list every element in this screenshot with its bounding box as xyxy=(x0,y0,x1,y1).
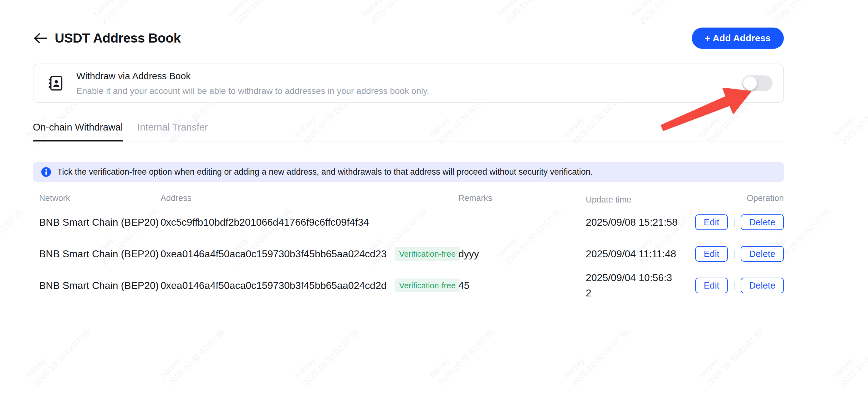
address-text: 0xea0146a4f50aca0c159730b3f45bb65aa024cd… xyxy=(160,248,386,260)
tab-onchain-withdrawal[interactable]: On-chain Withdrawal xyxy=(33,122,123,142)
page-title: USDT Address Book xyxy=(55,31,181,46)
cell-operation: Edit | Delete xyxy=(695,278,784,293)
column-header-update-time: Update time xyxy=(586,193,695,207)
cell-operation: Edit | Delete xyxy=(695,214,784,230)
screenshot-watermark: harvey2025-10-30 02:07:35 xyxy=(226,0,294,27)
delete-button[interactable]: Delete xyxy=(741,246,784,262)
card-description: Enable it and your account will be able … xyxy=(76,86,742,96)
table-row: BNB Smart Chain (BEP20) 0xc5c9ffb10bdf2b… xyxy=(33,207,784,238)
back-button[interactable] xyxy=(33,32,48,44)
screenshot-watermark: harvey2025-10-30 02:07:35 xyxy=(0,199,25,268)
cell-update-time: 2025/09/04 11:11:48 xyxy=(586,246,695,262)
table-row: BNB Smart Chain (BEP20) 0xea0146a4f50aca… xyxy=(33,270,784,301)
cell-address: 0xea0146a4f50aca0c159730b3f45bb65aa024cd… xyxy=(160,279,458,292)
cell-network: BNB Smart Chain (BEP20) xyxy=(33,217,160,228)
info-banner: Tick the verification-free option when e… xyxy=(33,162,784,182)
tab-bar: On-chain Withdrawal Internal Transfer xyxy=(33,122,784,142)
screenshot-watermark: harvey2025-10-30 02:07:35 xyxy=(629,0,698,27)
screenshot-watermark: harvey2025-10-30 02:07:35 xyxy=(764,0,833,27)
tab-internal-transfer[interactable]: Internal Transfer xyxy=(137,122,208,141)
screenshot-watermark: harvey2025-10-30 02:07:35 xyxy=(360,0,429,27)
screenshot-watermark: harvey2025-10-30 02:07:35 xyxy=(831,319,868,388)
page-header: USDT Address Book + Add Address xyxy=(33,28,784,49)
cell-remarks: dyyy xyxy=(458,248,586,260)
verification-free-badge: Verification-free xyxy=(395,247,460,261)
delete-button[interactable]: Delete xyxy=(741,278,784,293)
screenshot-watermark: harvey2025-10-30 02:07:35 xyxy=(696,319,765,388)
cell-network: BNB Smart Chain (BEP20) xyxy=(33,280,160,292)
add-address-button[interactable]: + Add Address xyxy=(692,28,784,49)
screenshot-watermark: harvey2025-10-30 02:07:35 xyxy=(24,319,93,388)
screenshot-watermark: harvey2025-10-30 02:07:35 xyxy=(495,0,563,27)
toggle-knob xyxy=(743,77,757,90)
column-header-operation: Operation xyxy=(695,193,784,207)
withdraw-via-address-book-toggle[interactable] xyxy=(742,75,773,91)
verification-free-badge: Verification-free xyxy=(395,279,460,292)
cell-update-time: 2025/09/04 10:56:3 2 xyxy=(586,270,695,301)
screenshot-watermark: harvey2025-10-30 02:07:35 xyxy=(293,319,362,388)
edit-button[interactable]: Edit xyxy=(695,278,728,293)
screenshot-watermark: harvey2025-10-30 02:07:35 xyxy=(158,319,227,388)
delete-button[interactable]: Delete xyxy=(741,214,784,230)
info-icon xyxy=(41,167,51,177)
cell-address: 0xc5c9ffb10bdf2b201066d41766f9c6ffc09f4f… xyxy=(160,217,458,228)
screenshot-watermark: harvey2025-10-30 02:07:35 xyxy=(831,78,868,147)
address-book-icon xyxy=(47,75,64,92)
card-title: Withdraw via Address Book xyxy=(76,71,742,81)
column-header-remarks: Remarks xyxy=(458,193,586,207)
cell-address: 0xea0146a4f50aca0c159730b3f45bb65aa024cd… xyxy=(160,247,458,261)
cell-network: BNB Smart Chain (BEP20) xyxy=(33,248,160,260)
cell-update-time: 2025/09/08 15:21:58 xyxy=(586,215,695,231)
screenshot-watermark: harvey2025-10-30 02:07:35 xyxy=(91,0,160,27)
cell-remarks: 45 xyxy=(458,280,586,292)
operation-divider: | xyxy=(733,280,735,291)
operation-divider: | xyxy=(733,249,735,259)
column-header-network: Network xyxy=(33,193,160,207)
edit-button[interactable]: Edit xyxy=(695,214,728,230)
table-row: BNB Smart Chain (BEP20) 0xea0146a4f50aca… xyxy=(33,238,784,270)
screenshot-watermark: harvey2025-10-30 02:07:35 xyxy=(562,319,631,388)
screenshot-watermark: harvey2025-10-30 02:07:35 xyxy=(427,319,496,388)
arrow-left-icon xyxy=(33,32,48,44)
table-header: Network Address Remarks Update time Oper… xyxy=(33,193,784,207)
info-banner-text: Tick the verification-free option when e… xyxy=(57,167,593,177)
operation-divider: | xyxy=(733,217,735,227)
withdraw-via-address-book-card: Withdraw via Address Book Enable it and … xyxy=(33,64,784,103)
address-text: 0xc5c9ffb10bdf2b201066d41766f9c6ffc09f4f… xyxy=(160,217,369,228)
screenshot-watermark: harvey2025-10-30 02:07:35 xyxy=(0,0,25,27)
address-text: 0xea0146a4f50aca0c159730b3f45bb65aa024cd… xyxy=(160,280,386,292)
column-header-address: Address xyxy=(160,193,458,207)
edit-button[interactable]: Edit xyxy=(695,246,728,262)
cell-operation: Edit | Delete xyxy=(695,246,784,262)
